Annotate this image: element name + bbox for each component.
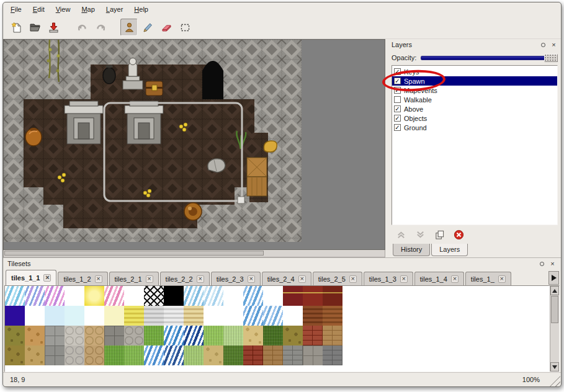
tile-3-11[interactable] xyxy=(223,345,243,365)
tile-2-15[interactable] xyxy=(303,326,323,345)
tile-2-1[interactable] xyxy=(25,326,45,345)
tileset-tab-tiles_2_3[interactable]: tiles_2_3× xyxy=(211,272,261,285)
tile-2-11[interactable] xyxy=(223,326,243,345)
close-tab-icon[interactable]: × xyxy=(43,274,51,282)
layer-visibility-checkbox[interactable]: ✓ xyxy=(394,68,401,75)
tileset-tab-tiles_2_1[interactable]: tiles_2_1× xyxy=(109,272,159,285)
tile-1-4[interactable] xyxy=(84,306,104,326)
opacity-slider-handle[interactable] xyxy=(544,54,558,62)
tile-3-1[interactable] xyxy=(25,345,45,365)
eraser-tool-button[interactable] xyxy=(158,19,175,36)
tileset-tab-tiles_1_4[interactable]: tiles_1_4× xyxy=(414,272,464,285)
layer-row-keys[interactable]: ✓Keys xyxy=(392,67,557,76)
tileset-tab-tiles_1_1[interactable]: tiles_1_1× xyxy=(6,270,56,285)
float-tilesets-icon[interactable] xyxy=(538,260,546,268)
scroll-thumb[interactable] xyxy=(551,296,558,323)
tileset-tab-tiles_2_2[interactable]: tiles_2_2× xyxy=(160,272,210,285)
tile-3-13[interactable] xyxy=(263,345,283,365)
tile-2-4[interactable] xyxy=(84,326,104,345)
tileset-tab-tiles_1_2[interactable]: tiles_1_2× xyxy=(58,272,107,285)
tile-0-8[interactable] xyxy=(164,286,184,306)
panel-tab-layers[interactable]: Layers xyxy=(431,244,468,256)
layer-visibility-checkbox[interactable]: ✓ xyxy=(394,115,401,122)
move-layer-up-button[interactable] xyxy=(394,228,408,241)
tile-3-12[interactable] xyxy=(243,345,263,365)
tile-3-10[interactable] xyxy=(204,345,223,365)
tile-1-13[interactable] xyxy=(263,306,283,326)
tile-2-10[interactable] xyxy=(204,326,223,345)
tileset-tab-tiles_2_5[interactable]: tiles_2_5× xyxy=(313,272,362,285)
opacity-slider[interactable] xyxy=(421,53,558,63)
menu-edit[interactable]: Edit xyxy=(28,4,50,15)
tile-0-4[interactable] xyxy=(84,286,104,306)
tile-0-7[interactable] xyxy=(144,286,164,306)
tile-2-0[interactable] xyxy=(5,326,25,345)
close-tab-icon[interactable]: × xyxy=(146,275,153,283)
tile-0-6[interactable] xyxy=(124,286,144,306)
redo-button[interactable] xyxy=(92,19,109,36)
tile-3-0[interactable] xyxy=(5,345,25,365)
layer-visibility-checkbox[interactable]: ✓ xyxy=(394,124,401,131)
tileset-grid[interactable] xyxy=(5,286,559,365)
tile-1-9[interactable] xyxy=(184,306,204,326)
layer-row-ground[interactable]: ✓Ground xyxy=(392,123,557,132)
undo-button[interactable] xyxy=(73,19,91,36)
tile-1-2[interactable] xyxy=(45,306,65,326)
tile-0-15[interactable] xyxy=(303,286,323,306)
tile-1-1[interactable] xyxy=(25,306,45,326)
close-tilesets-icon[interactable]: × xyxy=(548,260,557,268)
duplicate-layer-button[interactable] xyxy=(432,228,446,241)
tile-1-7[interactable] xyxy=(144,306,164,326)
panel-tab-history[interactable]: History xyxy=(393,244,430,256)
tile-2-7[interactable] xyxy=(144,326,164,345)
map-hscroll-thumb[interactable] xyxy=(4,251,264,256)
tile-3-14[interactable] xyxy=(283,345,303,365)
layer-visibility-checkbox[interactable] xyxy=(394,96,401,103)
delete-layer-button[interactable] xyxy=(452,228,465,241)
tile-1-14[interactable] xyxy=(283,306,303,326)
tile-3-3[interactable] xyxy=(65,345,84,365)
tile-1-12[interactable] xyxy=(243,306,263,326)
tile-0-12[interactable] xyxy=(243,286,263,306)
tile-1-15[interactable] xyxy=(303,306,323,326)
tab-scroll-right-button[interactable] xyxy=(548,271,559,285)
layer-list[interactable]: ✓Keys✓Spawn✓MapeventsWalkable✓Above✓Obje… xyxy=(392,65,558,225)
tile-3-2[interactable] xyxy=(45,345,65,365)
tile-1-6[interactable] xyxy=(124,306,144,326)
tile-0-1[interactable] xyxy=(25,286,45,306)
menu-map[interactable]: Map xyxy=(76,4,99,15)
tileset-tab-tiles_2_4[interactable]: tiles_2_4× xyxy=(262,272,311,285)
tile-2-6[interactable] xyxy=(124,326,144,345)
resize-grip[interactable] xyxy=(550,376,560,386)
tile-0-16[interactable] xyxy=(323,286,342,306)
close-tab-icon[interactable]: × xyxy=(400,275,408,283)
layer-row-spawn[interactable]: ✓Spawn xyxy=(392,76,557,86)
tile-0-9[interactable] xyxy=(184,286,204,306)
layer-row-objects[interactable]: ✓Objects xyxy=(392,114,557,123)
scroll-track[interactable] xyxy=(550,295,559,362)
tile-0-10[interactable] xyxy=(204,286,223,306)
close-tab-icon[interactable]: × xyxy=(248,275,255,283)
tile-1-11[interactable] xyxy=(223,306,243,326)
tile-0-3[interactable] xyxy=(65,286,84,306)
map-selection-handle[interactable] xyxy=(238,197,244,203)
tileset-tab-tiles_1_3[interactable]: tiles_1_3× xyxy=(364,272,413,285)
tile-3-7[interactable] xyxy=(144,345,164,365)
close-tab-icon[interactable]: × xyxy=(95,275,102,283)
tile-3-8[interactable] xyxy=(164,345,184,365)
menu-view[interactable]: View xyxy=(51,4,76,15)
tile-2-12[interactable] xyxy=(243,326,263,345)
tile-0-14[interactable] xyxy=(283,286,303,306)
tile-1-16[interactable] xyxy=(323,306,342,326)
float-panel-icon[interactable] xyxy=(539,41,547,49)
tile-2-16[interactable] xyxy=(323,326,342,345)
layer-row-walkable[interactable]: Walkable xyxy=(392,95,557,104)
select-tool-button[interactable] xyxy=(176,19,194,36)
brush-tool-button[interactable] xyxy=(139,19,156,36)
open-file-button[interactable] xyxy=(26,19,43,36)
menu-help[interactable]: Help xyxy=(129,4,153,15)
tile-2-3[interactable] xyxy=(65,326,84,345)
move-layer-down-button[interactable] xyxy=(413,228,427,241)
layer-visibility-checkbox[interactable]: ✓ xyxy=(394,78,401,84)
map-canvas[interactable] xyxy=(4,40,302,242)
